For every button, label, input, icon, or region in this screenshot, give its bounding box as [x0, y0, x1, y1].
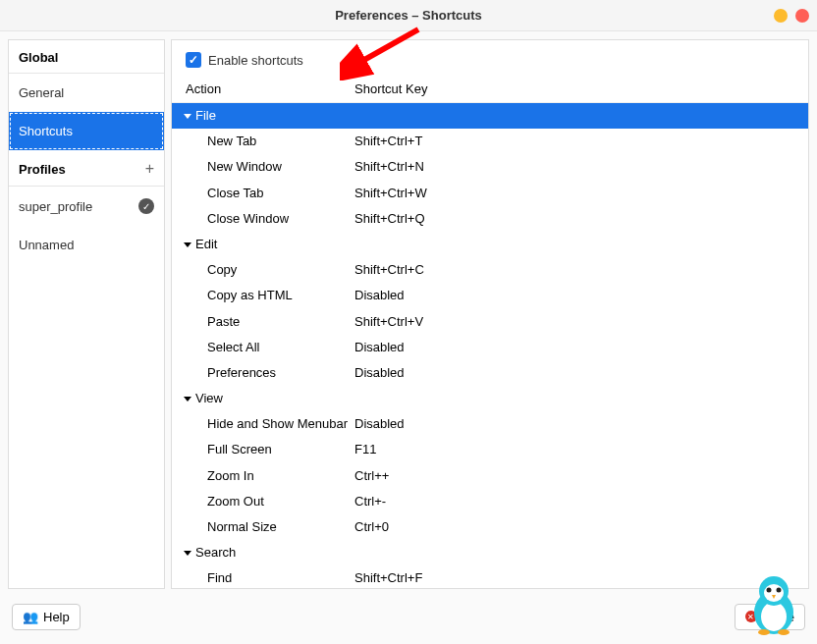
- tree-action-cell: Select All: [172, 339, 354, 356]
- tree-action-label: Full Screen: [207, 441, 272, 458]
- sidebar-item-label: super_profile: [19, 199, 92, 214]
- tree-action-label: Edit: [195, 236, 217, 253]
- tree-key-cell: Ctrl+0: [354, 518, 808, 536]
- tree-action-label: Paste: [207, 313, 240, 331]
- footer: 👥 Help Close: [0, 597, 817, 636]
- tree-action-cell: Search: [172, 544, 354, 562]
- sidebar-item[interactable]: super_profile: [9, 187, 164, 226]
- column-action[interactable]: Action: [172, 81, 354, 96]
- shortcuts-tree[interactable]: Action Shortcut Key FileNew TabShift+Ctr…: [172, 76, 808, 588]
- help-button-label: Help: [43, 610, 70, 624]
- tree-key-cell: [354, 236, 808, 253]
- tree-action-cell: Paste: [172, 313, 354, 331]
- window-controls: [774, 9, 809, 23]
- tree-item[interactable]: PasteShift+Ctrl+V: [172, 309, 808, 335]
- window-close-icon[interactable]: [795, 9, 809, 23]
- sidebar-item[interactable]: Unnamed: [9, 226, 164, 264]
- tree-action-label: Close Window: [207, 210, 289, 228]
- tree-key-cell: Disabled: [354, 415, 808, 433]
- content: GlobalGeneralShortcutsProfiles+super_pro…: [0, 31, 817, 597]
- tree-key-cell: Shift+Ctrl+T: [354, 133, 808, 150]
- sidebar-section-header: Profiles+: [9, 150, 164, 187]
- tree-item[interactable]: Full ScreenF11: [172, 437, 808, 462]
- column-shortcut-key[interactable]: Shortcut Key: [354, 81, 808, 96]
- sidebar-item[interactable]: Shortcuts: [9, 112, 164, 150]
- tree-key-cell: Ctrl+-: [354, 493, 808, 510]
- tree-item[interactable]: Select AllDisabled: [172, 335, 808, 360]
- enable-shortcuts-checkbox[interactable]: [186, 52, 201, 68]
- tree-item[interactable]: Hide and Show MenubarDisabled: [172, 411, 808, 437]
- tree-action-label: Normal Size: [207, 518, 277, 536]
- tree-action-label: Zoom In: [207, 467, 254, 485]
- tree-action-cell: Preferences: [172, 364, 354, 382]
- tree-item[interactable]: Close TabShift+Ctrl+W: [172, 181, 808, 206]
- sidebar-item-label: Unnamed: [19, 238, 74, 252]
- tree-action-cell: Copy as HTML: [172, 287, 354, 304]
- tree-action-label: View: [195, 390, 223, 407]
- tree-action-cell: Hide and Show Menubar: [172, 415, 354, 433]
- enable-shortcuts-label: Enable shortcuts: [208, 53, 303, 68]
- minimize-icon[interactable]: [774, 9, 788, 23]
- tree-action-cell: New Tab: [172, 133, 354, 150]
- tree-key-cell: Ctrl++: [354, 467, 808, 485]
- tree-action-cell: Zoom In: [172, 467, 354, 485]
- tree-action-cell: Close Window: [172, 210, 354, 228]
- chevron-down-icon: [184, 242, 191, 247]
- titlebar: Preferences – Shortcuts: [0, 0, 817, 31]
- tree-item[interactable]: New WindowShift+Ctrl+N: [172, 154, 808, 180]
- tree-action-cell: Normal Size: [172, 518, 354, 536]
- tree-key-cell: Disabled: [354, 364, 808, 382]
- close-icon: [745, 611, 757, 622]
- sidebar-item[interactable]: General: [9, 74, 164, 112]
- tree-action-cell: Copy: [172, 261, 354, 279]
- tree-key-cell: Shift+Ctrl+C: [354, 261, 808, 279]
- sidebar-section-header: Global: [9, 40, 164, 74]
- tree-action-label: Zoom Out: [207, 493, 264, 510]
- close-button[interactable]: Close: [735, 604, 805, 630]
- tree-action-cell: New Window: [172, 158, 354, 176]
- tree-group[interactable]: File: [172, 103, 808, 129]
- tree-header: Action Shortcut Key: [172, 76, 808, 103]
- tree-item[interactable]: Zoom OutCtrl+-: [172, 489, 808, 514]
- tree-action-cell: Full Screen: [172, 441, 354, 458]
- tree-action-label: Copy: [207, 261, 237, 279]
- sidebar-section-title: Profiles: [19, 162, 66, 177]
- help-button[interactable]: 👥 Help: [12, 604, 81, 630]
- tree-action-cell: Zoom Out: [172, 493, 354, 510]
- tree-item[interactable]: Copy as HTMLDisabled: [172, 283, 808, 308]
- tree-key-cell: [354, 107, 808, 125]
- tree-key-cell: Disabled: [354, 287, 808, 304]
- tree-action-label: Close Tab: [207, 185, 264, 202]
- tree-action-label: Search: [195, 544, 236, 562]
- tree-item[interactable]: Close WindowShift+Ctrl+Q: [172, 206, 808, 232]
- tree-action-label: Preferences: [207, 364, 276, 382]
- tree-group[interactable]: Edit: [172, 232, 808, 257]
- tree-item[interactable]: CopyShift+Ctrl+C: [172, 257, 808, 283]
- enable-shortcuts-row: Enable shortcuts: [172, 40, 808, 76]
- sidebar-section-title: Global: [19, 50, 58, 65]
- tree-item[interactable]: Normal SizeCtrl+0: [172, 514, 808, 540]
- tree-item[interactable]: New TabShift+Ctrl+T: [172, 129, 808, 154]
- sidebar-item-label: Shortcuts: [19, 124, 73, 138]
- tree-key-cell: Shift+Ctrl+Q: [354, 210, 808, 228]
- tree-action-label: File: [195, 107, 216, 125]
- tree-item[interactable]: FindShift+Ctrl+F: [172, 565, 808, 588]
- tree-group[interactable]: Search: [172, 540, 808, 565]
- tree-action-cell: Edit: [172, 236, 354, 253]
- tree-item[interactable]: Zoom InCtrl++: [172, 463, 808, 489]
- tree-action-label: Find: [207, 569, 232, 587]
- tree-group[interactable]: View: [172, 386, 808, 411]
- tree-item[interactable]: PreferencesDisabled: [172, 360, 808, 386]
- add-profile-icon[interactable]: +: [145, 160, 154, 178]
- tree-action-cell: Find: [172, 569, 354, 587]
- tree-action-label: Hide and Show Menubar: [207, 415, 348, 433]
- check-badge-icon: [138, 198, 154, 214]
- tree-key-cell: [354, 390, 808, 407]
- window-title: Preferences – Shortcuts: [335, 8, 482, 23]
- tree-action-label: Copy as HTML: [207, 287, 293, 304]
- sidebar-item-label: General: [19, 85, 64, 100]
- tree-key-cell: Shift+Ctrl+F: [354, 569, 808, 587]
- close-button-label: Close: [762, 610, 794, 624]
- tree-key-cell: [354, 544, 808, 562]
- help-icon: 👥: [23, 610, 38, 624]
